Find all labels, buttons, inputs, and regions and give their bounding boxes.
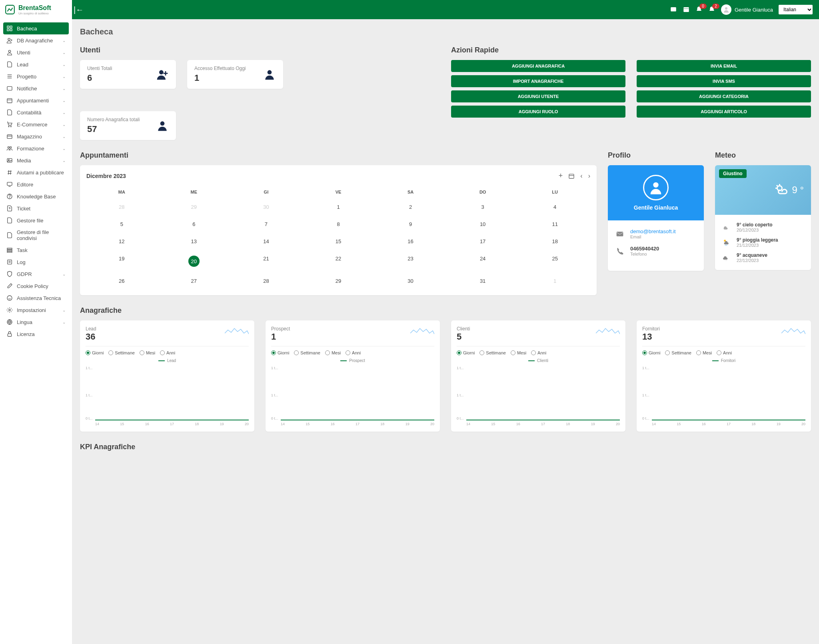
sidebar-item-utenti[interactable]: Utenti⌄: [3, 46, 69, 58]
radio-anni[interactable]: Anni: [531, 350, 546, 355]
radio-mesi[interactable]: Mesi: [511, 350, 526, 355]
sidebar-item-ticket[interactable]: Ticket: [3, 202, 69, 214]
radio-mesi[interactable]: Mesi: [140, 350, 155, 355]
sidebar-item-lingua[interactable]: Lingua⌄: [3, 316, 69, 328]
calendar-day[interactable]: 1: [303, 199, 374, 215]
radio-mesi[interactable]: Mesi: [325, 350, 341, 355]
notification-bell-2[interactable]: 2: [708, 6, 715, 13]
calendar-day[interactable]: 11: [519, 216, 590, 232]
calendar-day[interactable]: 17: [447, 234, 518, 249]
sidebar-item-gdpr[interactable]: GDPR⌄: [3, 268, 69, 280]
calendar-day[interactable]: 24: [447, 251, 518, 272]
profile-email[interactable]: demo@brentasoft.it: [630, 228, 676, 234]
sidebar-item-task[interactable]: Task: [3, 244, 69, 256]
action-import-anagrafiche[interactable]: IMPORT ANAGRAFICHE: [451, 75, 625, 87]
sidebar-item-lead[interactable]: Lead⌄: [3, 58, 69, 70]
calendar-today-button[interactable]: [568, 173, 575, 179]
calendar-day[interactable]: 10: [447, 216, 518, 232]
calendar-day[interactable]: 5: [86, 216, 157, 232]
calendar-day[interactable]: 1: [519, 273, 590, 289]
language-select[interactable]: Italian: [779, 5, 813, 14]
logo-section[interactable]: BrentaSoft Un sospiro di sollievo: [0, 0, 72, 19]
action-aggiungi-utente[interactable]: AGGIUNGI UTENTE: [451, 90, 625, 102]
user-menu[interactable]: Gentile Gianluca: [721, 4, 773, 15]
calendar-day[interactable]: 22: [303, 251, 374, 272]
sidebar-item-impostazioni[interactable]: Impostazioni⌄: [3, 304, 69, 316]
radio-settimane[interactable]: Settimane: [294, 350, 320, 355]
calendar-day[interactable]: 13: [159, 234, 230, 249]
action-aggiungi-anagrafica[interactable]: AGGIUNGI ANAGRAFICA: [451, 60, 625, 72]
sidebar-item-assistenza-tecnica[interactable]: Assistenza Tecnica: [3, 292, 69, 304]
radio-settimane[interactable]: Settimane: [108, 350, 135, 355]
calendar-day[interactable]: 6: [159, 216, 230, 232]
calendar-next-button[interactable]: ›: [588, 172, 590, 180]
sidebar-item-db-anagrafiche[interactable]: DB Anagrafiche⌄: [3, 34, 69, 46]
sidebar-item-aiutami-a-pubblicare[interactable]: Aiutami a pubblicare: [3, 166, 69, 178]
calendar-day[interactable]: 25: [519, 251, 590, 272]
radio-giorni[interactable]: Giorni: [457, 350, 475, 355]
calendar-day[interactable]: 23: [375, 251, 446, 272]
sidebar-item-notifiche[interactable]: Notifiche⌄: [3, 82, 69, 94]
sidebar-item-gestore-file[interactable]: Gestore file: [3, 214, 69, 226]
action-invia-sms[interactable]: INVIA SMS: [637, 75, 811, 87]
radio-settimane[interactable]: Settimane: [665, 350, 691, 355]
calendar-day[interactable]: 30: [231, 199, 302, 215]
sidebar-item-knowledge-base[interactable]: Knowledge Base: [3, 190, 69, 202]
calendar-day[interactable]: 28: [231, 273, 302, 289]
radio-anni[interactable]: Anni: [160, 350, 175, 355]
calendar-day[interactable]: 31: [447, 273, 518, 289]
calendar-day[interactable]: 26: [86, 273, 157, 289]
calendar-day[interactable]: 21: [231, 251, 302, 272]
calendar-day[interactable]: 3: [447, 199, 518, 215]
sidebar-item-bacheca[interactable]: Bacheca: [3, 22, 69, 34]
action-aggiungi-articolo[interactable]: AGGIUNGI ARTICOLO: [637, 106, 811, 118]
calendar-day[interactable]: 12: [86, 234, 157, 249]
radio-anni[interactable]: Anni: [346, 350, 361, 355]
calendar-prev-button[interactable]: ‹: [580, 172, 582, 180]
sidebar-item-editore[interactable]: Editore: [3, 178, 69, 190]
sidebar-item-magazzino[interactable]: Magazzino⌄: [3, 130, 69, 142]
calendar-day[interactable]: 20: [159, 251, 230, 272]
calendar-day[interactable]: 4: [519, 199, 590, 215]
calendar-day[interactable]: 16: [375, 234, 446, 249]
calendar-day[interactable]: 29: [303, 273, 374, 289]
calendar-day[interactable]: 14: [231, 234, 302, 249]
radio-giorni[interactable]: Giorni: [86, 350, 104, 355]
sidebar-item-gestore-di-file-condivisi[interactable]: Gestore di file condivisi: [3, 226, 69, 244]
calendar-day[interactable]: 8: [303, 216, 374, 232]
notification-bell-1[interactable]: 0: [695, 6, 703, 13]
sidebar-item-cookie-policy[interactable]: Cookie Policy: [3, 280, 69, 292]
radio-mesi[interactable]: Mesi: [696, 350, 712, 355]
collapse-sidebar-button[interactable]: |←: [74, 5, 84, 14]
sidebar-item-e-commerce[interactable]: E-Commerce⌄: [3, 118, 69, 130]
calendar-day[interactable]: 29: [159, 199, 230, 215]
radio-giorni[interactable]: Giorni: [271, 350, 289, 355]
calendar-day[interactable]: 27: [159, 273, 230, 289]
chat-icon[interactable]: [670, 6, 677, 13]
radio-giorni[interactable]: Giorni: [642, 350, 660, 355]
sidebar-item-media[interactable]: Media⌄: [3, 154, 69, 166]
calendar-icon[interactable]: [683, 6, 690, 13]
action-invia-email[interactable]: INVIA EMAIL: [637, 60, 811, 72]
sidebar-item-formazione[interactable]: Formazione⌄: [3, 142, 69, 154]
action-aggiungi-categoria[interactable]: AGGIUNGI CATEGORIA: [637, 90, 811, 102]
calendar-add-button[interactable]: +: [559, 172, 563, 180]
calendar-day[interactable]: 2: [375, 199, 446, 215]
calendar-day[interactable]: 19: [86, 251, 157, 272]
chevron-down-icon: ⌄: [62, 98, 66, 103]
calendar-day[interactable]: 30: [375, 273, 446, 289]
sidebar-item-contabilità[interactable]: Contabilità⌄: [3, 106, 69, 118]
calendar-day[interactable]: 28: [86, 199, 157, 215]
sidebar-item-log[interactable]: Log: [3, 256, 69, 268]
sidebar-item-licenza[interactable]: Licenza: [3, 328, 69, 340]
radio-settimane[interactable]: Settimane: [479, 350, 506, 355]
calendar-day[interactable]: 18: [519, 234, 590, 249]
phone-icon: [616, 247, 624, 255]
sidebar-item-progetto[interactable]: Progetto⌄: [3, 70, 69, 82]
calendar-day[interactable]: 9: [375, 216, 446, 232]
calendar-day[interactable]: 15: [303, 234, 374, 249]
calendar-day[interactable]: 7: [231, 216, 302, 232]
radio-anni[interactable]: Anni: [717, 350, 732, 355]
action-aggiungi-ruolo[interactable]: AGGIUNGI RUOLO: [451, 106, 625, 118]
sidebar-item-appuntamenti[interactable]: Appuntamenti⌄: [3, 94, 69, 106]
